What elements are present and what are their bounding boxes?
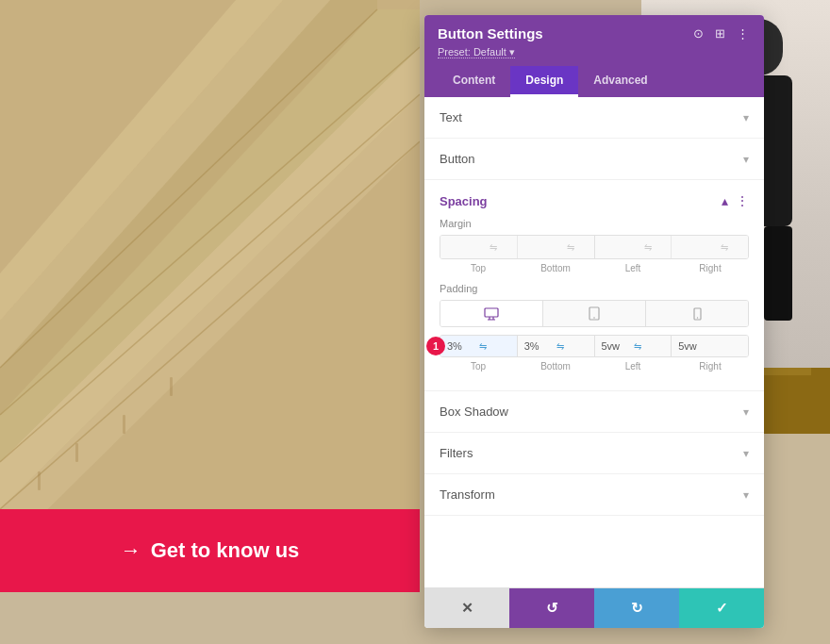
- padding-top-label: Top: [440, 361, 517, 372]
- more-options-button[interactable]: ⋮: [735, 25, 751, 42]
- button-chevron-icon: ▾: [743, 153, 749, 166]
- section-box-shadow-label: Box Shadow: [440, 405, 508, 419]
- margin-left-label: Left: [594, 263, 672, 273]
- device-tab-mobile[interactable]: [646, 301, 748, 326]
- padding-right-label: Right: [672, 361, 749, 372]
- panel-body: Text ▾ Button ▾ Spacing ▴ ⋮ Margin: [424, 97, 764, 587]
- tab-design[interactable]: Design: [510, 66, 578, 97]
- tab-content[interactable]: Content: [438, 66, 510, 97]
- margin-right-link-icon: ⇋: [721, 242, 728, 253]
- margin-inputs: ⇋ ⇋: [440, 235, 749, 259]
- padding-bottom-group: ⇋: [518, 336, 594, 356]
- section-text[interactable]: Text ▾: [424, 97, 764, 139]
- device-tabs: [440, 300, 749, 327]
- margin-right-wrap: ⇋: [672, 236, 748, 258]
- svg-rect-23: [485, 308, 498, 317]
- padding-label: Padding: [440, 283, 749, 294]
- desktop-icon: [484, 307, 499, 321]
- margin-top-link-icon: ⇋: [490, 242, 497, 253]
- cta-text: Get to know us: [151, 538, 300, 563]
- margin-top-label: Top: [440, 263, 517, 273]
- margin-section: Margin ⇋ ⇋: [440, 218, 749, 273]
- svg-rect-13: [123, 415, 125, 434]
- padding-bottom-link-icon: ⇋: [556, 341, 564, 352]
- save-button[interactable]: ✓: [679, 588, 764, 628]
- padding-bottom-label: Bottom: [517, 361, 594, 372]
- section-button[interactable]: Button ▾: [424, 139, 764, 180]
- redo-button[interactable]: ↻: [594, 588, 679, 628]
- device-tab-tablet[interactable]: [543, 301, 646, 326]
- tablet-icon: [589, 306, 600, 321]
- spacing-header[interactable]: Spacing ▴ ⋮: [440, 180, 749, 218]
- panel-title: Button Settings: [438, 25, 543, 41]
- transform-chevron-icon: ▾: [743, 488, 749, 502]
- margin-right-label: Right: [672, 263, 749, 273]
- svg-rect-11: [38, 471, 41, 490]
- padding-badge: 1: [426, 337, 445, 355]
- section-button-label: Button: [440, 152, 475, 166]
- padding-top-link-icon: ⇋: [479, 341, 487, 352]
- padding-inputs: ⇋ ⇋ ⇋: [440, 335, 749, 357]
- undo-button[interactable]: ↺: [509, 588, 594, 628]
- margin-top-input[interactable]: [448, 241, 486, 253]
- margin-top-wrap: ⇋: [440, 236, 517, 258]
- spacing-title: Spacing: [440, 194, 488, 208]
- margin-right-input[interactable]: [679, 241, 717, 253]
- mobile-icon: [693, 307, 702, 321]
- section-transform[interactable]: Transform ▾: [424, 474, 764, 516]
- svg-rect-14: [170, 377, 173, 396]
- section-filters-label: Filters: [440, 446, 473, 460]
- cta-button[interactable]: → Get to know us: [0, 509, 420, 592]
- margin-bottom-label: Bottom: [517, 263, 594, 273]
- spacing-chevron-icon[interactable]: ▴: [722, 193, 728, 208]
- responsive-icon-button[interactable]: ⊙: [691, 25, 706, 42]
- tab-advanced[interactable]: Advanced: [578, 66, 662, 97]
- cta-arrow-icon: →: [121, 538, 141, 563]
- section-spacing: Spacing ▴ ⋮ Margin ⇋: [424, 180, 764, 391]
- svg-rect-12: [75, 443, 78, 462]
- panel-header: Button Settings ⊙ ⊞ ⋮ Preset: Default ▾ …: [424, 15, 764, 97]
- section-text-label: Text: [440, 110, 462, 124]
- padding-left-label: Left: [594, 361, 672, 372]
- staircase-image: [0, 0, 420, 509]
- section-filters[interactable]: Filters ▾: [424, 433, 764, 474]
- section-transform-label: Transform: [440, 487, 495, 502]
- padding-right-group: [672, 336, 748, 356]
- device-tab-desktop[interactable]: [440, 301, 543, 326]
- padding-left-link-icon: ⇋: [634, 341, 641, 352]
- padding-bottom-input[interactable]: [524, 340, 553, 352]
- panel-icon-group: ⊙ ⊞ ⋮: [691, 25, 751, 42]
- cancel-button[interactable]: ✕: [424, 588, 509, 628]
- text-chevron-icon: ▾: [743, 111, 749, 124]
- panel-footer: ✕ ↺ ↻ ✓: [424, 587, 764, 628]
- filters-chevron-icon: ▾: [743, 447, 749, 460]
- margin-left-wrap: ⇋: [595, 236, 672, 258]
- svg-point-30: [696, 317, 697, 318]
- panel-preset[interactable]: Preset: Default ▾: [438, 46, 751, 58]
- padding-top-input[interactable]: [447, 340, 475, 352]
- padding-labels-row: Top Bottom Left Right: [440, 361, 749, 372]
- padding-section: Padding 1: [440, 283, 749, 372]
- svg-point-28: [593, 317, 595, 319]
- margin-left-link-icon: ⇋: [644, 242, 652, 253]
- button-settings-panel: Button Settings ⊙ ⊞ ⋮ Preset: Default ▾ …: [424, 15, 764, 628]
- margin-labels-row: Top Bottom Left Right: [440, 263, 749, 273]
- padding-inputs-wrapper: 1 ⇋ ⇋ ⇋: [440, 335, 749, 357]
- margin-bottom-link-icon: ⇋: [567, 242, 574, 253]
- margin-bottom-input[interactable]: [525, 241, 563, 253]
- padding-left-group: ⇋: [595, 336, 672, 356]
- margin-left-input[interactable]: [603, 241, 640, 253]
- padding-right-input[interactable]: [678, 340, 706, 352]
- box-shadow-chevron-icon: ▾: [743, 405, 749, 419]
- margin-label: Margin: [440, 218, 749, 229]
- columns-icon-button[interactable]: ⊞: [713, 25, 727, 42]
- svg-rect-19: [764, 226, 792, 321]
- padding-left-input[interactable]: [602, 340, 630, 352]
- margin-bottom-wrap: ⇋: [518, 236, 594, 258]
- panel-tabs: Content Design Advanced: [438, 66, 751, 97]
- section-box-shadow[interactable]: Box Shadow ▾: [424, 391, 764, 433]
- spacing-header-icons: ▴ ⋮: [722, 193, 749, 208]
- spacing-more-icon[interactable]: ⋮: [736, 193, 749, 208]
- padding-top-group: ⇋: [440, 336, 517, 356]
